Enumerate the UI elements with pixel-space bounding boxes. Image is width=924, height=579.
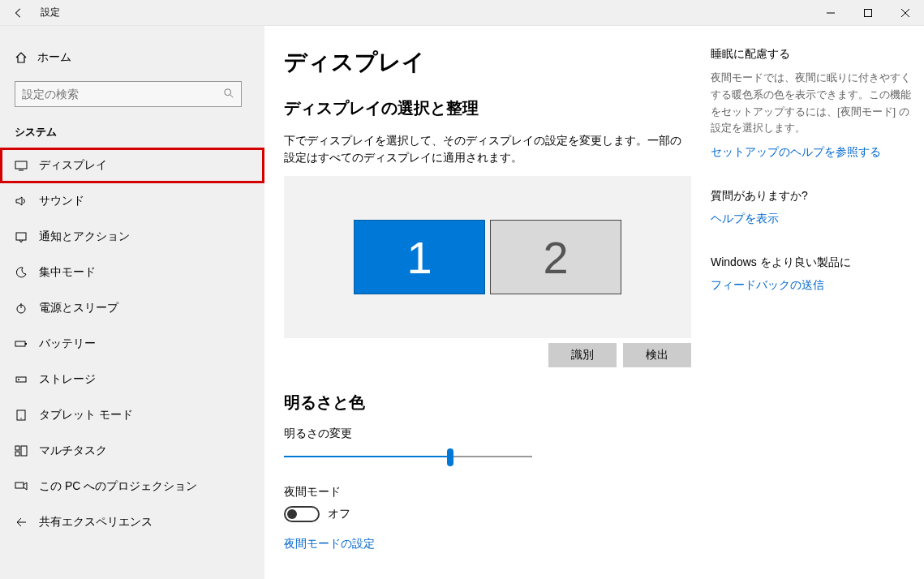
nav-focus[interactable]: 集中モード bbox=[0, 255, 264, 290]
aside-help-link[interactable]: ヘルプを表示 bbox=[711, 212, 911, 226]
nav-label: 電源とスリープ bbox=[39, 301, 118, 315]
brightness-slider[interactable] bbox=[284, 448, 532, 467]
svg-rect-6 bbox=[16, 233, 26, 240]
search-field[interactable] bbox=[22, 88, 223, 101]
monitor-1[interactable]: 1 bbox=[354, 220, 485, 294]
aside-sleep-text: 夜間モードでは、夜間に眠りに付きやすくする暖色系の色を表示できます。この機能をセ… bbox=[711, 70, 911, 137]
svg-rect-16 bbox=[21, 446, 27, 456]
nav-label: サウンド bbox=[39, 194, 84, 208]
home-button[interactable]: ホーム bbox=[0, 41, 264, 75]
minimize-button[interactable] bbox=[812, 0, 849, 25]
moon-icon bbox=[15, 266, 39, 279]
nav-sound[interactable]: サウンド bbox=[0, 183, 264, 219]
share-icon bbox=[15, 516, 39, 529]
svg-rect-10 bbox=[25, 343, 27, 345]
sidebar-section-title: システム bbox=[0, 118, 264, 148]
svg-rect-4 bbox=[15, 161, 27, 169]
brightness-heading: 明るさと色 bbox=[284, 392, 691, 414]
identify-button[interactable]: 識別 bbox=[548, 343, 617, 367]
notification-icon bbox=[15, 230, 39, 243]
monitor-icon bbox=[15, 159, 39, 172]
svg-rect-1 bbox=[865, 9, 872, 16]
aside-sleep-title: 睡眠に配慮する bbox=[711, 47, 911, 62]
search-icon bbox=[223, 88, 234, 101]
slider-thumb[interactable] bbox=[447, 448, 453, 466]
nightmode-toggle[interactable] bbox=[284, 506, 320, 522]
nightmode-state: オフ bbox=[328, 507, 350, 521]
page-title: ディスプレイ bbox=[284, 47, 691, 78]
svg-rect-9 bbox=[15, 341, 25, 346]
nav-tablet[interactable]: タブレット モード bbox=[0, 397, 264, 433]
svg-rect-15 bbox=[15, 446, 19, 450]
battery-icon bbox=[15, 337, 39, 350]
svg-rect-11 bbox=[16, 377, 26, 382]
detect-button[interactable]: 検出 bbox=[623, 343, 691, 367]
nav-label: バッテリー bbox=[39, 337, 96, 351]
maximize-button[interactable] bbox=[849, 0, 887, 25]
brightness-label: 明るさの変更 bbox=[284, 427, 691, 441]
nav-label: 共有エクスペリエンス bbox=[39, 515, 153, 530]
tablet-icon bbox=[15, 409, 39, 422]
nightmode-settings-link[interactable]: 夜間モードの設定 bbox=[284, 537, 691, 551]
close-button[interactable] bbox=[887, 0, 924, 25]
sound-icon bbox=[15, 195, 39, 208]
nav-power[interactable]: 電源とスリープ bbox=[0, 290, 264, 326]
nav-project[interactable]: この PC へのプロジェクション bbox=[0, 469, 264, 504]
aside-improve-title: Windows をより良い製品に bbox=[711, 255, 911, 270]
svg-rect-17 bbox=[15, 452, 19, 456]
search-input[interactable] bbox=[15, 81, 242, 107]
nav-label: ディスプレイ bbox=[39, 158, 107, 173]
nav-label: マルチタスク bbox=[39, 444, 107, 458]
display-arrangement[interactable]: 1 2 bbox=[284, 176, 691, 338]
aside-feedback-link[interactable]: フィードバックの送信 bbox=[711, 278, 911, 293]
monitor-2[interactable]: 2 bbox=[490, 220, 621, 294]
sidebar: ホーム システム ディスプレイ サウンド 通知とアクション 集中モード bbox=[0, 26, 264, 579]
nav-label: 集中モード bbox=[39, 265, 96, 280]
nav-storage[interactable]: ストレージ bbox=[0, 362, 264, 397]
nav-multitask[interactable]: マルチタスク bbox=[0, 433, 264, 469]
nav-label: この PC へのプロジェクション bbox=[39, 479, 197, 494]
nav-share[interactable]: 共有エクスペリエンス bbox=[0, 504, 264, 540]
nav-battery[interactable]: バッテリー bbox=[0, 326, 264, 362]
nav-display[interactable]: ディスプレイ bbox=[0, 148, 264, 183]
power-icon bbox=[15, 302, 39, 315]
svg-point-12 bbox=[18, 379, 19, 380]
svg-point-2 bbox=[225, 88, 231, 95]
home-icon bbox=[15, 51, 37, 64]
nav-label: ストレージ bbox=[39, 372, 96, 387]
aside-questions-title: 質問がありますか? bbox=[711, 189, 911, 204]
nav-label: 通知とアクション bbox=[39, 229, 130, 244]
back-button[interactable] bbox=[0, 0, 37, 25]
arrange-heading: ディスプレイの選択と整理 bbox=[284, 97, 691, 119]
arrange-desc: 下でディスプレイを選択して、そのディスプレイの設定を変更します。一部の設定はすべ… bbox=[284, 132, 691, 166]
nightmode-label: 夜間モード bbox=[284, 485, 691, 500]
nav-label: タブレット モード bbox=[39, 408, 133, 422]
project-icon bbox=[15, 480, 39, 493]
home-label: ホーム bbox=[37, 50, 71, 65]
multitask-icon bbox=[15, 444, 39, 457]
svg-point-14 bbox=[20, 418, 21, 418]
svg-line-3 bbox=[230, 94, 234, 97]
window-title: 設定 bbox=[37, 6, 60, 19]
svg-rect-18 bbox=[15, 482, 24, 488]
aside-sleep-link[interactable]: セットアップのヘルプを参照する bbox=[711, 145, 911, 160]
nav-notifications[interactable]: 通知とアクション bbox=[0, 219, 264, 255]
storage-icon bbox=[15, 373, 39, 386]
